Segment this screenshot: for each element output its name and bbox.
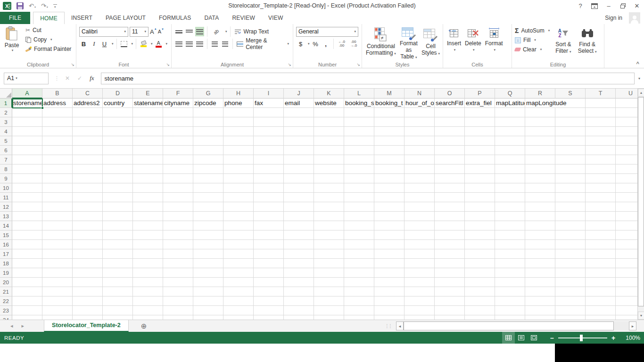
close-button[interactable]: ✕ [630,0,644,12]
cell-Q1[interactable]: mapLatitude [495,99,525,108]
cell-S7[interactable] [555,155,586,165]
cell-M6[interactable] [374,146,405,155]
cell-P20[interactable] [465,278,495,287]
cell-M18[interactable] [374,259,405,268]
cell-G11[interactable] [193,193,223,202]
cell-R11[interactable] [525,193,555,202]
cell-O10[interactable] [435,183,465,193]
cell-O23[interactable] [435,306,465,315]
cell-T24[interactable] [586,315,616,320]
cell-E13[interactable] [133,212,163,221]
cell-P4[interactable] [465,127,495,136]
cell-J8[interactable] [284,165,314,174]
cell-G2[interactable] [193,108,223,117]
cell-F6[interactable] [163,146,193,155]
column-header-N[interactable]: N [405,89,435,99]
cell-S9[interactable] [555,174,586,183]
cell-N11[interactable] [405,193,435,202]
cell-E20[interactable] [133,278,163,287]
cell-U11[interactable] [616,193,637,202]
cell-B12[interactable] [42,202,73,212]
orientation-button[interactable]: ab [210,27,223,36]
cell-C8[interactable] [73,165,103,174]
cell-O13[interactable] [435,212,465,221]
increase-decimal-button[interactable]: ←.0 .00 [336,39,347,49]
cell-Q11[interactable] [495,193,525,202]
cell-S10[interactable] [555,183,586,193]
cell-A8[interactable] [12,165,42,174]
cell-P5[interactable] [465,136,495,146]
cell-R23[interactable] [525,306,555,315]
sign-in-link[interactable]: Sign in [605,12,622,24]
align-right-button[interactable] [195,39,204,49]
cell-E1[interactable]: statename [133,99,163,108]
cell-O16[interactable] [435,240,465,249]
normal-view-button[interactable] [502,332,515,344]
column-header-T[interactable]: T [586,89,616,99]
cell-O14[interactable] [435,221,465,230]
cell-F17[interactable] [163,249,193,259]
bold-button[interactable]: B [79,39,88,49]
dialog-launcher-icon[interactable]: ↘ [356,62,360,67]
cell-M8[interactable] [374,165,405,174]
cell-M2[interactable] [374,108,405,117]
cell-T19[interactable] [586,268,616,278]
column-header-S[interactable]: S [555,89,586,99]
cell-A7[interactable] [12,155,42,165]
cell-D16[interactable] [103,240,133,249]
cell-P13[interactable] [465,212,495,221]
cell-C1[interactable]: address2 [73,99,103,108]
cell-K10[interactable] [314,183,344,193]
cell-L2[interactable] [344,108,374,117]
cell-B9[interactable] [42,174,73,183]
column-header-F[interactable]: F [163,89,193,99]
cell-H20[interactable] [223,278,254,287]
italic-button[interactable]: I [90,39,99,49]
cell-B20[interactable] [42,278,73,287]
cell-H23[interactable] [223,306,254,315]
cell-U12[interactable] [616,202,637,212]
cell-C10[interactable] [73,183,103,193]
cell-O15[interactable] [435,230,465,240]
wrap-text-button[interactable]: Wrap Text [233,27,270,36]
cell-K23[interactable] [314,306,344,315]
cell-F3[interactable] [163,117,193,127]
scroll-down-button[interactable]: ▼ [638,312,644,320]
cell-E9[interactable] [133,174,163,183]
cell-O17[interactable] [435,249,465,259]
autosum-button[interactable]: ΣAutoSum▾ [514,26,551,35]
cell-A24[interactable] [12,315,42,320]
cell-U4[interactable] [616,127,637,136]
cell-M10[interactable] [374,183,405,193]
percent-style-button[interactable]: % [311,39,320,49]
cell-P7[interactable] [465,155,495,165]
cell-I20[interactable] [254,278,284,287]
cell-I22[interactable] [254,296,284,306]
cell-T20[interactable] [586,278,616,287]
cell-G15[interactable] [193,230,223,240]
cell-J2[interactable] [284,108,314,117]
format-as-table-button[interactable]: Format as Table▾ [398,25,420,60]
cell-M7[interactable] [374,155,405,165]
cell-S2[interactable] [555,108,586,117]
ribbon-tab-file[interactable]: FILE [0,12,30,24]
cell-U13[interactable] [616,212,637,221]
row-header-12[interactable]: 12 [0,202,12,212]
cell-U8[interactable] [616,165,637,174]
cell-P10[interactable] [465,183,495,193]
cell-I14[interactable] [254,221,284,230]
new-sheet-button[interactable]: ⊕ [141,322,147,330]
cell-S11[interactable] [555,193,586,202]
cell-K16[interactable] [314,240,344,249]
cell-N14[interactable] [405,221,435,230]
cell-D23[interactable] [103,306,133,315]
cell-S19[interactable] [555,268,586,278]
cell-O22[interactable] [435,296,465,306]
cell-H14[interactable] [223,221,254,230]
cell-F12[interactable] [163,202,193,212]
dropdown-caret[interactable]: ▾ [34,6,36,8]
cell-P2[interactable] [465,108,495,117]
cell-N9[interactable] [405,174,435,183]
cell-J21[interactable] [284,287,314,296]
cell-P24[interactable] [465,315,495,320]
